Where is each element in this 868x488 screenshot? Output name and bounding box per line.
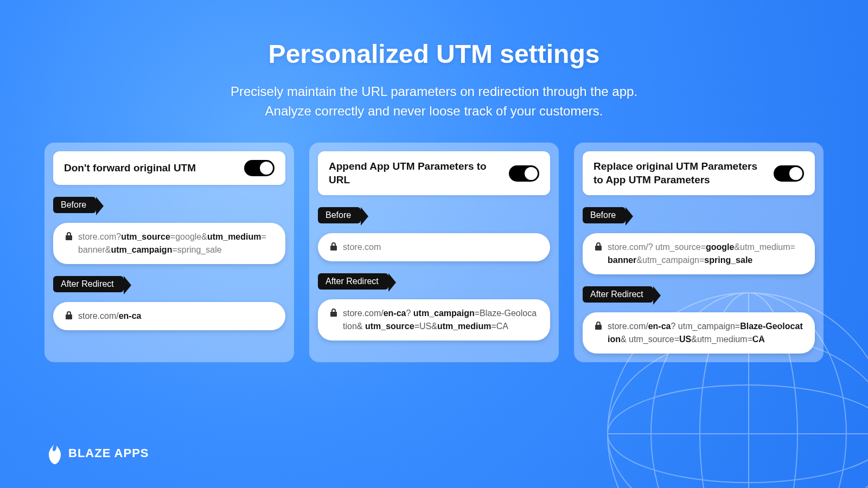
url-box-before: store.com?utm_source=google&utm_medium= … [53,223,285,264]
lock-icon [330,308,337,317]
card-title: Replace original UTM Parameters to App U… [593,160,766,187]
svg-point-1 [608,385,868,483]
before-label: Before [318,207,361,223]
settings-cards: Don't forward original UTMBeforestore.co… [0,143,868,362]
card-header: Append App UTM Parameters to URL [318,151,550,195]
url-text: store.com [343,241,381,254]
settings-card-1: Append App UTM Parameters to URLBeforest… [309,143,559,362]
url-text: store.com/en-ca [78,310,141,323]
lock-icon [65,311,73,319]
settings-card-2: Replace original UTM Parameters to App U… [574,143,824,362]
after-label: After Redirect [583,286,653,303]
url-box-before: store.com/? utm_source=google&utm_medium… [583,233,815,274]
before-label: Before [583,207,626,223]
toggle-switch[interactable] [509,165,539,182]
card-header: Replace original UTM Parameters to App U… [583,151,815,195]
url-text: store.com/? utm_source=google&utm_medium… [608,241,803,267]
after-label: After Redirect [53,276,124,292]
card-title: Don't forward original UTM [64,162,196,175]
toggle-switch[interactable] [774,165,804,182]
url-box-after: store.com/en-ca [53,302,285,330]
page-title: Personalized UTM settings [0,39,868,69]
card-title: Append App UTM Parameters to URL [329,160,501,187]
url-text: store.com/en-ca? utm_campaign=Blaze-Geol… [608,320,803,346]
before-label: Before [53,197,96,213]
toggle-switch[interactable] [244,160,275,176]
settings-card-0: Don't forward original UTMBeforestore.co… [44,143,294,362]
url-text: store.com/en-ca? utm_campaign=Blaze-Geol… [343,307,538,333]
url-box-after: store.com/en-ca? utm_campaign=Blaze-Geol… [583,312,815,354]
logo-text: BLAZE APPS [68,446,149,460]
url-text: store.com?utm_source=google&utm_medium= … [78,230,273,256]
page-subtitle: Precisely maintain the URL parameters on… [0,82,868,121]
brand-logo: BLAZE APPS [46,442,149,464]
flame-icon [46,442,64,464]
card-header: Don't forward original UTM [53,151,285,185]
lock-icon [330,242,337,251]
lock-icon [595,242,602,251]
lock-icon [595,321,602,330]
url-box-before: store.com [318,233,550,261]
page-header: Personalized UTM settings Precisely main… [0,0,868,121]
url-box-after: store.com/en-ca? utm_campaign=Blaze-Geol… [318,299,550,341]
lock-icon [65,232,73,240]
after-label: After Redirect [318,273,388,290]
